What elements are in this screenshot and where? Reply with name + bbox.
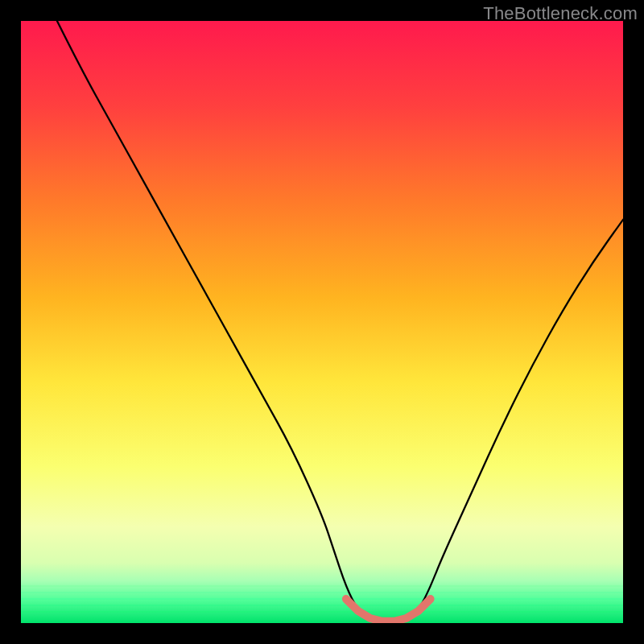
bottleneck-chart <box>21 21 623 623</box>
chart-frame <box>21 21 623 623</box>
gradient-background <box>21 21 623 623</box>
watermark-text: TheBottleneck.com <box>483 3 638 24</box>
